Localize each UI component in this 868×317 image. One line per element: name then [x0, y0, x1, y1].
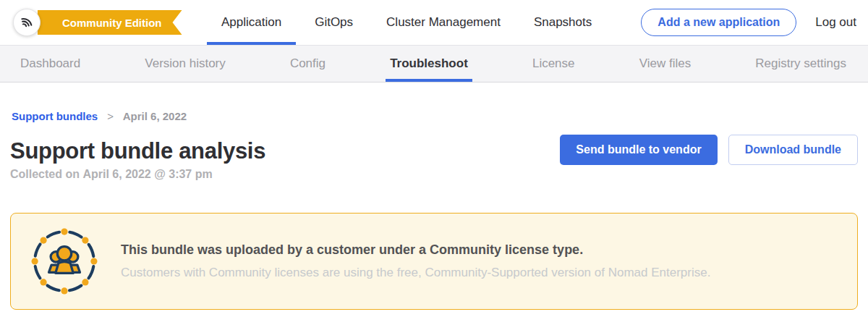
subnav-item-version-history[interactable]: Version history [145, 46, 226, 82]
subnav-item-troubleshoot[interactable]: Troubleshoot [390, 46, 468, 82]
page-title: Support bundle analysis [10, 138, 265, 164]
tab-application[interactable]: Application [221, 0, 281, 45]
send-bundle-to-vendor-button[interactable]: Send bundle to vendor [560, 135, 717, 165]
breadcrumb-separator: > [107, 110, 114, 122]
bundle-actions: Send bundle to vendor Download bundle [560, 135, 858, 165]
subnav-item-view-files[interactable]: View files [639, 46, 692, 82]
community-group-icon [31, 228, 98, 295]
tab-cluster-management[interactable]: Cluster Management [386, 0, 501, 45]
breadcrumb-support-bundles-link[interactable]: Support bundles [12, 110, 98, 122]
top-nav: Community Edition Application GitOps Clu… [0, 0, 868, 45]
top-nav-links: Application GitOps Cluster Management Sn… [221, 0, 592, 45]
replicated-logo-icon [19, 13, 35, 32]
community-edition-badge: Community Edition [38, 10, 182, 35]
breadcrumb-current: April 6, 2022 [123, 110, 187, 122]
logout-link[interactable]: Log out [815, 15, 856, 30]
notice-text: This bundle was uploaded by a customer u… [121, 242, 710, 280]
replicated-logo[interactable] [13, 9, 41, 36]
main-content: Support bundles > April 6, 2022 Support … [0, 83, 868, 310]
tab-gitops[interactable]: GitOps [315, 0, 353, 45]
collected-prefix: Collected on [10, 168, 80, 180]
notice-title: This bundle was uploaded by a customer u… [121, 242, 710, 258]
subnav-item-license[interactable]: License [532, 46, 575, 82]
notice-subtitle: Customers with Community licenses are us… [121, 266, 710, 280]
collected-date: April 6, 2022 @ 3:37 pm [82, 168, 212, 180]
community-license-notice: This bundle was uploaded by a customer u… [10, 213, 858, 310]
download-bundle-button[interactable]: Download bundle [728, 135, 858, 165]
page-header: Support bundle analysis Collected on Apr… [10, 138, 858, 181]
subnav-item-dashboard[interactable]: Dashboard [20, 46, 80, 82]
title-block: Support bundle analysis Collected on Apr… [10, 138, 265, 181]
add-new-application-button[interactable]: Add a new application [641, 9, 796, 36]
subnav-item-registry-settings[interactable]: Registry settings [755, 46, 846, 82]
breadcrumb: Support bundles > April 6, 2022 [12, 110, 858, 122]
tab-snapshots[interactable]: Snapshots [534, 0, 592, 45]
community-edition-label: Community Edition [62, 17, 162, 29]
top-nav-right: Add a new application Log out [641, 9, 856, 36]
sub-nav: Dashboard Version history Config Trouble… [0, 45, 868, 83]
collected-timestamp: Collected on April 6, 2022 @ 3:37 pm [10, 168, 265, 181]
brand: Community Edition [13, 9, 185, 36]
subnav-item-config[interactable]: Config [290, 46, 326, 82]
